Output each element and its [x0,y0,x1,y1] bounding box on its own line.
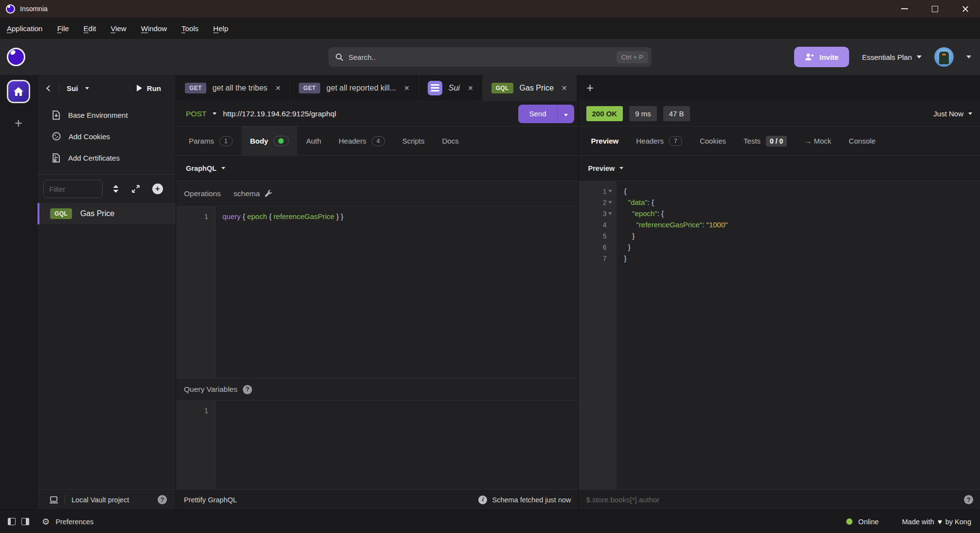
preview-mode-selector[interactable]: Preview [579,156,980,181]
send-options-button[interactable] [558,110,574,118]
menu-item-view[interactable]: View [110,24,126,33]
request-tab[interactable]: GQLGas Price✕ [483,75,577,101]
response-tab-mock[interactable]: → Mock [796,127,840,155]
request-tab[interactable]: GETget all reported kill...✕ [290,75,419,101]
prettify-button[interactable]: Prettify GraphQL [184,496,237,504]
filter-actions: + [103,184,169,194]
variables-code[interactable] [216,401,222,489]
panes: POST http://172.19.194.62:9125/graphql S… [176,101,980,510]
content-area: GETget all the tribes✕GETget all reporte… [176,75,980,510]
request-tab-params[interactable]: Params1 [180,127,241,155]
response-history-dropdown[interactable]: Just Now [933,110,972,118]
add-project-button[interactable]: + [15,117,22,130]
close-tab-icon[interactable]: ✕ [404,84,410,92]
line-number: 1 [176,405,215,416]
search-input[interactable] [348,53,612,61]
request-tab-auth[interactable]: Auth [297,127,330,155]
line-number: 4 [579,219,617,230]
toggle-panel-icon[interactable] [21,518,29,525]
response-tab-tests[interactable]: Tests0 / 0 [735,127,796,155]
insomnia-logo-icon[interactable] [7,48,25,66]
sidebar-item-add-cookies[interactable]: Add Cookies [37,126,176,147]
left-rail: + [0,75,37,510]
response-tab-headers[interactable]: Headers7 [627,127,691,155]
workspace-name[interactable]: Sui [67,84,78,92]
menu-item-application[interactable]: Application [7,24,42,33]
maximize-button[interactable] [920,0,950,18]
response-tabs: PreviewHeaders7CookiesTests0 / 0→ MockCo… [579,127,980,156]
menu-item-help[interactable]: Help [213,24,228,33]
size-badge: 47 B [663,106,690,121]
preferences-label[interactable]: Preferences [55,518,93,526]
divider [59,83,59,93]
sort-icon[interactable] [112,184,119,193]
schema-button[interactable]: schema [234,189,272,198]
plan-selector[interactable]: Essentials Plan [862,53,922,61]
query-code[interactable]: query { epoch { referenceGasPrice } } [216,206,344,378]
credit-prefix: Made with [902,518,934,526]
request-tab-scripts[interactable]: Scripts [394,127,434,155]
request-list-item[interactable]: GQLGas Price [37,203,176,224]
request-tab-body[interactable]: Body [241,127,298,155]
method-selector[interactable]: POST [186,110,206,118]
gear-icon[interactable]: ⚙ [42,517,50,526]
response-tab-preview[interactable]: Preview [582,127,628,155]
new-tab-button[interactable]: + [577,75,604,101]
filter-input[interactable] [43,180,103,198]
back-icon[interactable] [46,85,53,92]
fold-icon[interactable] [607,201,614,204]
sidebar-item-add-certificates[interactable]: Add Certificates [37,147,176,168]
code-line: "data": { [624,197,728,208]
close-tab-icon[interactable]: ✕ [468,84,473,92]
minimize-button[interactable] [889,0,920,18]
send-button[interactable]: Send [518,105,574,123]
url-input[interactable]: http://172.19.194.62:9125/graphql [223,110,512,118]
close-button[interactable] [950,0,980,18]
toggle-sidebar-icon[interactable] [8,518,16,525]
home-button[interactable] [7,80,30,103]
tab-label: get all reported kill... [327,84,396,92]
file-icon [52,110,60,120]
expand-icon[interactable] [131,184,140,193]
menu-item-tools[interactable]: Tools [181,24,199,33]
online-label[interactable]: Online [858,518,879,526]
avatar[interactable] [934,47,954,67]
request-tab-docs[interactable]: Docs [434,127,468,155]
operations-button[interactable]: Operations [184,189,221,198]
response-code[interactable]: { "data": { "epoch": { "referenceGasPric… [617,181,728,489]
line-number: 3 [579,208,617,219]
menu-item-window[interactable]: Window [141,24,167,33]
request-tab[interactable]: GETget all the tribes✕ [176,75,290,101]
chevron-down-icon[interactable] [85,87,89,90]
request-tab-headers[interactable]: Headers4 [330,127,394,155]
query-variables-editor[interactable]: 1 [176,401,578,489]
close-tab-icon[interactable]: ✕ [275,84,281,92]
response-tab-cookies[interactable]: Cookies [691,127,735,155]
help-icon[interactable]: ? [243,385,252,394]
fold-icon[interactable] [607,190,614,193]
sidebar-item-base-environment[interactable]: Base Environment [37,104,176,126]
help-icon[interactable]: ? [964,495,973,504]
menu-item-edit[interactable]: Edit [84,24,96,33]
request-tab[interactable]: Sui✕ [419,75,483,101]
chevron-down-icon[interactable] [213,112,217,115]
body-type-selector[interactable]: GraphQL [176,156,578,181]
tab-label: Scripts [402,137,425,145]
menu-item-file[interactable]: File [57,24,69,33]
response-filter-input[interactable] [586,496,960,504]
sidebar-actions: Base EnvironmentAdd CookiesAdd Certifica… [37,101,176,174]
sidebar-footer[interactable]: Local Vault project ? [37,489,176,510]
response-body-viewer[interactable]: 1234567 { "data": { "epoch": { "referenc… [579,181,980,489]
query-editor[interactable]: 1 query { epoch { referenceGasPrice } } [176,206,578,378]
invite-button[interactable]: Invite [794,47,849,67]
fold-icon[interactable] [607,212,614,215]
run-button[interactable]: Run [137,84,161,92]
help-icon[interactable]: ? [158,495,167,504]
add-request-icon[interactable]: + [152,184,163,194]
code-line: "referenceGasPrice": "1000" [624,219,728,230]
global-search[interactable]: Ctrl + P [328,47,652,67]
chevron-down-icon[interactable] [966,55,971,58]
response-tab-console[interactable]: Console [840,127,884,155]
close-tab-icon[interactable]: ✕ [562,84,567,92]
insomnia-window: Insomnia ApplicationFileEditViewWindowTo… [0,0,980,533]
